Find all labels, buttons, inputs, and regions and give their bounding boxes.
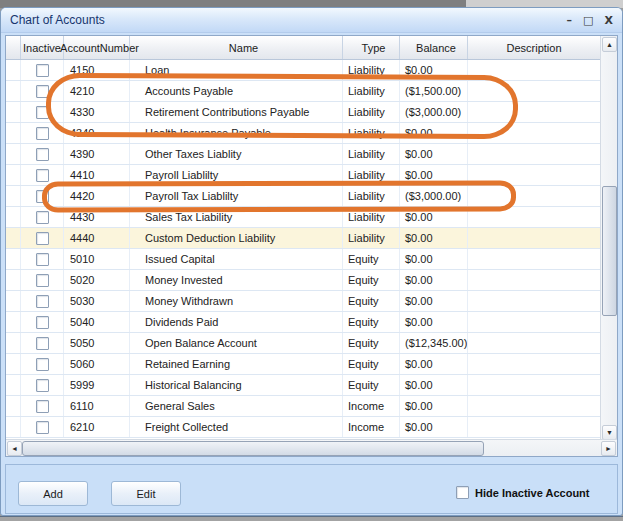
column-header-balance[interactable]: Balance: [400, 36, 468, 59]
inactive-checkbox[interactable]: [36, 400, 49, 413]
inactive-checkbox[interactable]: [36, 232, 49, 245]
scroll-down-icon[interactable]: ▼: [602, 425, 617, 440]
inactive-checkbox[interactable]: [36, 127, 49, 140]
account-number-cell[interactable]: 4330: [64, 102, 130, 122]
account-number-cell[interactable]: 5060: [64, 354, 130, 374]
account-name-cell[interactable]: Accounts Payable: [130, 81, 343, 101]
account-name-cell[interactable]: Money Invested: [130, 270, 343, 290]
account-type-cell[interactable]: Liability: [343, 81, 400, 101]
account-type-cell[interactable]: Income: [343, 396, 400, 416]
account-name-cell[interactable]: Freight Collected: [130, 417, 343, 437]
vertical-scrollbar-thumb[interactable]: [602, 186, 617, 316]
account-number-cell[interactable]: 5050: [64, 333, 130, 353]
account-balance-cell[interactable]: $0.00: [400, 60, 468, 80]
account-type-cell[interactable]: Liability: [343, 102, 400, 122]
account-name-cell[interactable]: Payroll Liablilty: [130, 165, 343, 185]
table-row[interactable]: 4210 Accounts Payable Liability ($1,500.…: [6, 81, 600, 102]
column-header-account-number[interactable]: AccountNumber: [64, 36, 130, 59]
account-type-cell[interactable]: Equity: [343, 291, 400, 311]
table-row[interactable]: 5999 Historical Balancing Equity $0.00: [6, 375, 600, 396]
account-type-cell[interactable]: Equity: [343, 333, 400, 353]
table-row[interactable]: 6210 Freight Collected Income $0.00: [6, 417, 600, 438]
account-description-cell[interactable]: [468, 291, 600, 311]
account-number-cell[interactable]: 4340: [64, 123, 130, 143]
account-description-cell[interactable]: [468, 354, 600, 374]
scroll-up-icon[interactable]: ▲: [602, 37, 617, 52]
account-number-cell[interactable]: 5010: [64, 249, 130, 269]
account-description-cell[interactable]: [468, 81, 600, 101]
account-type-cell[interactable]: Income: [343, 417, 400, 437]
account-type-cell[interactable]: Equity: [343, 312, 400, 332]
horizontal-scrollbar[interactable]: ◄ ►: [6, 439, 617, 456]
maximize-icon[interactable]: □: [583, 15, 593, 26]
account-balance-cell[interactable]: $0.00: [400, 291, 468, 311]
inactive-checkbox[interactable]: [36, 316, 49, 329]
inactive-checkbox[interactable]: [36, 421, 49, 434]
inactive-checkbox[interactable]: [36, 106, 49, 119]
account-name-cell[interactable]: General Sales: [130, 396, 343, 416]
hide-inactive-checkbox[interactable]: [456, 486, 469, 499]
account-description-cell[interactable]: [468, 165, 600, 185]
account-type-cell[interactable]: Equity: [343, 375, 400, 395]
title-bar[interactable]: Chart of Accounts – □ X: [1, 8, 622, 33]
account-type-cell[interactable]: Equity: [343, 354, 400, 374]
account-balance-cell[interactable]: $0.00: [400, 165, 468, 185]
account-balance-cell[interactable]: $0.00: [400, 375, 468, 395]
account-description-cell[interactable]: [468, 249, 600, 269]
table-row[interactable]: 5040 Dividends Paid Equity $0.00: [6, 312, 600, 333]
account-number-cell[interactable]: 4430: [64, 207, 130, 227]
account-name-cell[interactable]: Historical Balancing: [130, 375, 343, 395]
account-balance-cell[interactable]: $0.00: [400, 123, 468, 143]
account-name-cell[interactable]: Other Taxes Liablity: [130, 144, 343, 164]
account-description-cell[interactable]: [468, 102, 600, 122]
table-row[interactable]: 4390 Other Taxes Liablity Liability $0.0…: [6, 144, 600, 165]
account-name-cell[interactable]: Issued Capital: [130, 249, 343, 269]
inactive-checkbox[interactable]: [36, 379, 49, 392]
account-type-cell[interactable]: Liability: [343, 60, 400, 80]
account-number-cell[interactable]: 5040: [64, 312, 130, 332]
inactive-checkbox[interactable]: [36, 190, 49, 203]
column-header-name[interactable]: Name: [130, 36, 343, 59]
inactive-checkbox[interactable]: [36, 358, 49, 371]
column-header-inactive[interactable]: Inactive: [21, 36, 64, 59]
account-description-cell[interactable]: [468, 186, 600, 206]
table-row[interactable]: 5060 Retained Earning Equity $0.00: [6, 354, 600, 375]
table-row[interactable]: 5050 Open Balance Account Equity ($12,34…: [6, 333, 600, 354]
account-balance-cell[interactable]: ($3,000.00): [400, 186, 468, 206]
account-description-cell[interactable]: [468, 228, 600, 248]
account-number-cell[interactable]: 4410: [64, 165, 130, 185]
account-balance-cell[interactable]: $0.00: [400, 228, 468, 248]
account-name-cell[interactable]: Money Withdrawn: [130, 291, 343, 311]
account-name-cell[interactable]: Retained Earning: [130, 354, 343, 374]
account-number-cell[interactable]: 4210: [64, 81, 130, 101]
inactive-checkbox[interactable]: [36, 64, 49, 77]
account-type-cell[interactable]: Liability: [343, 144, 400, 164]
table-row[interactable]: 4340 Health Insurance Payable Liability …: [6, 123, 600, 144]
account-name-cell[interactable]: Loan: [130, 60, 343, 80]
account-type-cell[interactable]: Liability: [343, 207, 400, 227]
account-number-cell[interactable]: 4420: [64, 186, 130, 206]
account-name-cell[interactable]: Dividends Paid: [130, 312, 343, 332]
inactive-checkbox[interactable]: [36, 274, 49, 287]
inactive-checkbox[interactable]: [36, 337, 49, 350]
inactive-checkbox[interactable]: [36, 169, 49, 182]
table-row[interactable]: 5030 Money Withdrawn Equity $0.00: [6, 291, 600, 312]
account-name-cell[interactable]: Open Balance Account: [130, 333, 343, 353]
table-row[interactable]: 4430 Sales Tax Liability Liability $0.00: [6, 207, 600, 228]
account-balance-cell[interactable]: ($12,345.00): [400, 333, 468, 353]
inactive-checkbox[interactable]: [36, 211, 49, 224]
vertical-scrollbar[interactable]: ▲ ▼: [600, 36, 617, 441]
account-name-cell[interactable]: Payroll Tax Liablilty: [130, 186, 343, 206]
inactive-checkbox[interactable]: [36, 85, 49, 98]
account-description-cell[interactable]: [468, 333, 600, 353]
add-button[interactable]: Add: [18, 481, 88, 506]
account-type-cell[interactable]: Liability: [343, 165, 400, 185]
scroll-left-icon[interactable]: ◄: [7, 441, 22, 456]
table-row[interactable]: 6110 General Sales Income $0.00: [6, 396, 600, 417]
inactive-checkbox[interactable]: [36, 148, 49, 161]
account-balance-cell[interactable]: $0.00: [400, 249, 468, 269]
account-number-cell[interactable]: 6210: [64, 417, 130, 437]
column-header-description[interactable]: Description: [468, 36, 600, 59]
table-row[interactable]: 4420 Payroll Tax Liablilty Liability ($3…: [6, 186, 600, 207]
account-number-cell[interactable]: 6110: [64, 396, 130, 416]
